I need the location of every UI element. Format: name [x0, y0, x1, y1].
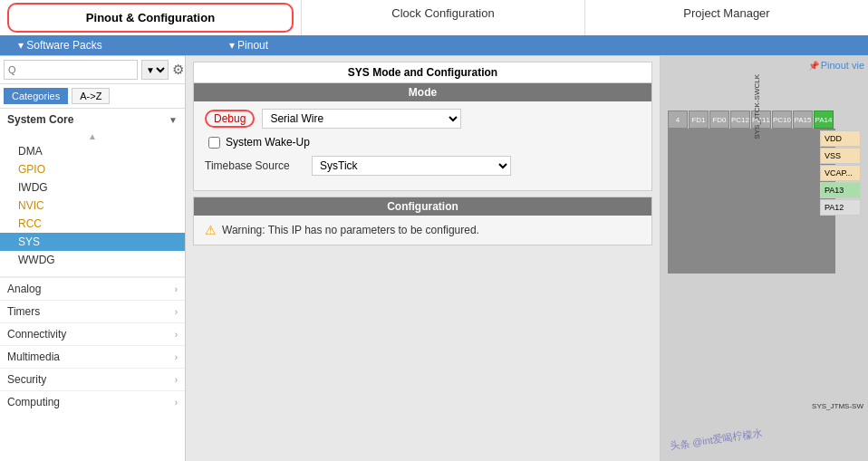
pin-pa13: PA13	[820, 182, 861, 198]
gear-icon[interactable]: ⚙	[172, 62, 184, 78]
second-nav: ▾ Software Packs ▾ Pinout	[0, 35, 868, 55]
sidebar-item-rcc[interactable]: RCC	[0, 215, 185, 233]
chevron-right-icon6: ›	[175, 398, 178, 408]
tab-categories[interactable]: Categories	[4, 88, 68, 104]
config-header: Configuration	[194, 197, 651, 216]
panel-title: SYS Mode and Configuration	[194, 62, 651, 83]
warning-icon: ⚠	[205, 223, 217, 237]
software-packs-btn[interactable]: ▾ Software Packs	[0, 35, 121, 55]
sidebar-item-gpio[interactable]: GPIO	[0, 160, 185, 178]
pin-pa12: PA12	[820, 199, 861, 216]
nav-clock[interactable]: Clock Configuration	[301, 0, 585, 35]
sidebar-item-analog[interactable]: Analog ›	[0, 277, 185, 300]
sys-jtms-label: SYS_JTMS-SW	[812, 402, 863, 410]
pin-vss: VSS	[820, 148, 861, 164]
pinout-view-btn[interactable]: 📌 Pinout vie	[808, 60, 864, 71]
chevron-down-icon: ▼	[169, 115, 178, 125]
timebase-select[interactable]: SysTick	[312, 156, 511, 176]
nav-project[interactable]: Project Manager	[585, 0, 868, 35]
mode-header: Mode	[194, 83, 651, 101]
sidebar-item-computing[interactable]: Computing ›	[0, 390, 185, 413]
system-wakeup-checkbox[interactable]	[208, 137, 220, 149]
sidebar-item-connectivity[interactable]: Connectivity ›	[0, 322, 185, 345]
sidebar-item-security[interactable]: Security ›	[0, 368, 185, 390]
debug-select[interactable]: Serial Wire	[262, 109, 461, 129]
watermark: 头条 @int爱喝柠檬水	[669, 427, 763, 453]
system-wakeup-label: System Wake-Up	[226, 136, 310, 149]
pin-pa14: PA14	[814, 110, 834, 129]
debug-label: Debug	[205, 110, 255, 128]
system-core-items: DMA GPIO IWDG NVIC RCC SYS WWDG	[0, 142, 185, 269]
sidebar-item-timers[interactable]: Timers ›	[0, 300, 185, 322]
sidebar-item-wwdg[interactable]: WWDG	[0, 251, 185, 269]
pins-panel: 📌 Pinout vie SYS_JTCK-SWCLK 4 FD1 FD0 PC…	[660, 56, 868, 461]
sidebar-item-iwdg[interactable]: IWDG	[0, 178, 185, 197]
nav-pinout[interactable]: Pinout & Configuration	[7, 3, 294, 33]
sys-jtck-label: SYS_JTCK-SWCLK	[753, 74, 761, 139]
pin-vdd: VDD	[820, 130, 861, 147]
chevron-right-icon4: ›	[175, 352, 178, 362]
pin-vcap: VCAP...	[820, 165, 861, 181]
tab-az[interactable]: A->Z	[72, 88, 110, 104]
pin-pa15: PA15	[793, 110, 813, 129]
top-nav: Pinout & Configuration Clock Configurati…	[0, 0, 868, 56]
chevron-right-icon5: ›	[175, 375, 178, 385]
pinout-btn[interactable]: ▾ Pinout	[211, 35, 286, 55]
sidebar-item-nvic[interactable]: NVIC	[0, 197, 185, 215]
search-input[interactable]	[4, 60, 138, 80]
pin-pc12: PC12	[730, 110, 750, 129]
chevron-right-icon: ›	[175, 284, 178, 294]
chevron-right-icon2: ›	[175, 307, 178, 317]
sidebar-item-dma[interactable]: DMA	[0, 142, 185, 160]
sidebar: ▼ ⚙ Categories A->Z System Core ▼ ▲ DMA …	[0, 56, 186, 461]
content-area: SYS Mode and Configuration Mode Debug Se…	[186, 56, 660, 461]
sidebar-item-sys[interactable]: SYS	[0, 233, 185, 251]
sidebar-item-multimedia[interactable]: Multimedia ›	[0, 345, 185, 368]
system-core-section: System Core ▼ ▲ DMA GPIO IWDG NVIC RCC S…	[0, 109, 185, 277]
pin-fd0: FD0	[709, 110, 729, 129]
system-core-header[interactable]: System Core ▼	[0, 109, 185, 130]
timebase-label: Timebase Source	[205, 159, 304, 172]
pin-fd1: FD1	[689, 110, 709, 129]
pin-4: 4	[668, 110, 688, 129]
chevron-right-icon3: ›	[175, 330, 178, 340]
sort-select[interactable]: ▼	[141, 60, 169, 80]
warning-text: Warning: This IP has no parameters to be…	[222, 224, 479, 236]
pin-pc10: PC10	[772, 110, 792, 129]
